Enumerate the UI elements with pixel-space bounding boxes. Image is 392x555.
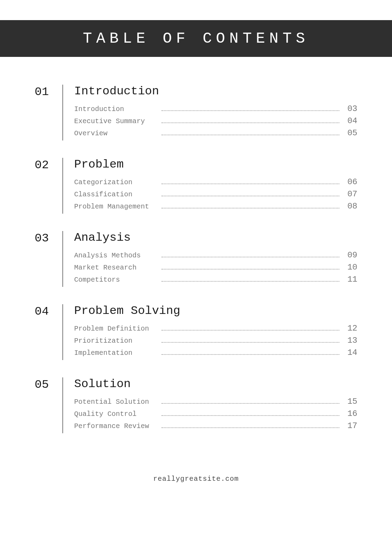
toc-entry: Problem Management08 [74,202,357,211]
entry-dots [162,281,339,282]
entry-dots [162,342,339,343]
toc-entry: Quality Control16 [74,409,357,418]
entry-dots [162,183,339,184]
toc-entry: Competitors11 [74,275,357,284]
entry-label: Implementation [74,349,157,357]
entry-label: Overview [74,129,157,137]
entry-dots [162,196,339,196]
toc-entry: Categorization06 [74,177,357,187]
header-bar: TABLE OF CONTENTS [0,20,392,57]
entry-page: 13 [343,336,357,345]
section-number: 05 [35,377,62,433]
entry-page: 03 [343,104,357,113]
toc-section: 05SolutionPotential Solution15Quality Co… [35,377,357,433]
section-divider [62,231,63,287]
toc-section: 02ProblemCategorization06Classification0… [35,158,357,214]
toc-entry: Market Research10 [74,263,357,272]
toc-content: 01IntroductionIntroduction03Executive Su… [0,57,392,464]
entry-page: 04 [343,116,357,126]
entry-label: Problem Definition [74,325,157,333]
section-number: 02 [35,158,62,214]
entry-label: Potential Solution [74,398,157,406]
entry-label: Market Research [74,264,157,272]
section-body: SolutionPotential Solution15Quality Cont… [74,377,357,433]
entry-page: 15 [343,397,357,406]
section-body: AnalysisAnalysis Methods09Market Researc… [74,231,357,287]
toc-entry: Classification07 [74,189,357,199]
toc-entry: Overview05 [74,128,357,138]
entry-dots [162,330,339,331]
entry-page: 16 [343,409,357,418]
entry-dots [162,257,339,257]
toc-entry: Problem Definition12 [74,324,357,333]
section-divider [62,158,63,214]
entry-dots [162,415,339,416]
entry-page: 06 [343,177,357,187]
toc-entry: Prioritization13 [74,336,357,345]
entry-label: Competitors [74,276,157,284]
entry-page: 07 [343,189,357,199]
toc-entry: Analysis Methods09 [74,250,357,260]
entry-label: Executive Summary [74,117,157,125]
section-divider [62,85,63,140]
section-title: Problem Solving [74,304,357,317]
entry-label: Problem Management [74,203,157,211]
entry-label: Introduction [74,105,157,113]
entry-page: 11 [343,275,357,284]
entry-dots [162,427,339,428]
toc-section: 04Problem SolvingProblem Definition12Pri… [35,304,357,360]
entry-dots [162,208,339,208]
entry-page: 08 [343,202,357,211]
footer: reallygreatsite.com [0,464,392,500]
toc-entry: Introduction03 [74,104,357,113]
section-divider [62,304,63,360]
entry-label: Quality Control [74,410,157,418]
section-title: Introduction [74,85,357,98]
entry-label: Categorization [74,178,157,186]
section-divider [62,377,63,433]
toc-entry: Potential Solution15 [74,397,357,406]
entry-page: 12 [343,324,357,333]
entry-page: 09 [343,250,357,260]
section-title: Analysis [74,231,357,244]
section-title: Solution [74,377,357,391]
toc-entry: Performance Review17 [74,421,357,430]
section-body: ProblemCategorization06Classification07P… [74,158,357,214]
entry-page: 10 [343,263,357,272]
section-number: 03 [35,231,62,287]
toc-entry: Implementation14 [74,348,357,357]
entry-page: 05 [343,128,357,138]
entry-dots [162,354,339,355]
entry-dots [162,403,339,404]
entry-label: Prioritization [74,337,157,345]
toc-entry: Executive Summary04 [74,116,357,126]
entry-dots [162,110,339,111]
page-title: TABLE OF CONTENTS [83,30,309,47]
entry-dots [162,135,339,135]
toc-section: 01IntroductionIntroduction03Executive Su… [35,85,357,140]
toc-section: 03AnalysisAnalysis Methods09Market Resea… [35,231,357,287]
entry-dots [162,269,339,270]
entry-label: Analysis Methods [74,251,157,259]
entry-page: 17 [343,421,357,430]
section-body: IntroductionIntroduction03Executive Summ… [74,85,357,140]
entry-label: Performance Review [74,422,157,430]
section-title: Problem [74,158,357,171]
entry-page: 14 [343,348,357,357]
section-number: 04 [35,304,62,360]
section-body: Problem SolvingProblem Definition12Prior… [74,304,357,360]
section-number: 01 [35,85,62,140]
entry-label: Classification [74,190,157,198]
entry-dots [162,122,339,123]
footer-url: reallygreatsite.com [153,475,239,483]
